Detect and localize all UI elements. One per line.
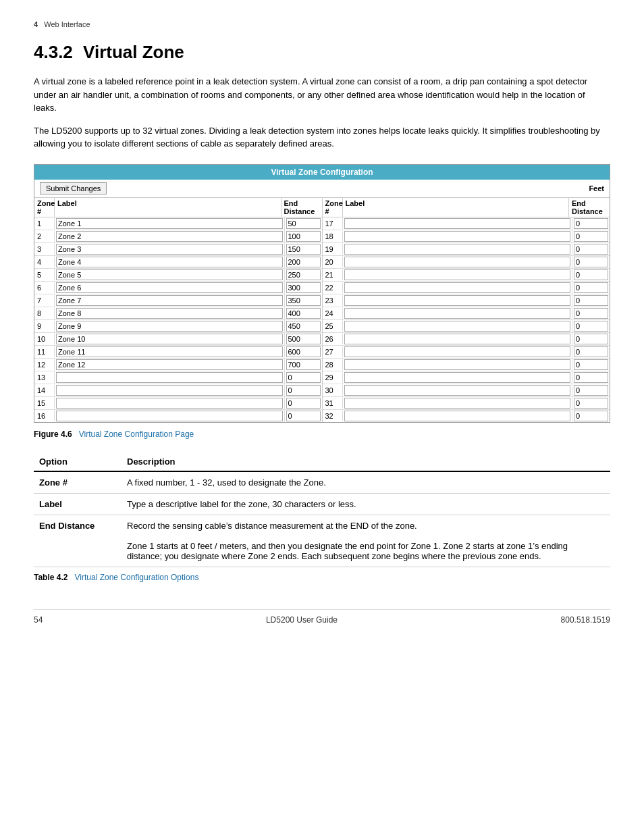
zone-dist-cell[interactable] [572, 333, 610, 345]
zone-label-input[interactable] [344, 385, 571, 396]
zone-label-input[interactable] [56, 359, 283, 370]
zone-label-input[interactable] [344, 334, 571, 344]
zone-label-input[interactable] [344, 398, 571, 409]
zone-label-input[interactable] [56, 334, 283, 344]
zone-label-cell[interactable] [55, 307, 285, 319]
zone-label-input[interactable] [56, 282, 283, 293]
zone-dist-cell[interactable] [572, 230, 610, 242]
zone-label-input[interactable] [344, 308, 571, 319]
zone-dist-input[interactable] [286, 359, 321, 370]
zone-dist-input[interactable] [286, 385, 321, 396]
zone-dist-cell[interactable] [572, 359, 610, 371]
zone-dist-input[interactable] [286, 282, 321, 293]
zone-dist-input[interactable] [286, 269, 321, 280]
zone-label-cell[interactable] [343, 282, 573, 294]
zone-label-input[interactable] [56, 346, 283, 357]
zone-label-cell[interactable] [55, 243, 285, 255]
zone-dist-input[interactable] [574, 321, 608, 332]
zone-dist-input[interactable] [574, 411, 608, 421]
zone-label-cell[interactable] [55, 346, 285, 358]
zone-dist-cell[interactable] [285, 371, 322, 384]
zone-label-input[interactable] [344, 359, 571, 370]
zone-label-cell[interactable] [55, 256, 285, 268]
zone-dist-input[interactable] [286, 257, 321, 267]
zone-dist-input[interactable] [286, 334, 321, 344]
zone-label-input[interactable] [56, 269, 283, 280]
zone-label-cell[interactable] [343, 346, 573, 358]
zone-dist-input[interactable] [574, 359, 608, 370]
zone-label-cell[interactable] [343, 256, 573, 268]
zone-dist-cell[interactable] [285, 282, 322, 294]
zone-label-input[interactable] [56, 411, 283, 421]
zone-dist-cell[interactable] [285, 307, 322, 319]
zone-dist-cell[interactable] [572, 269, 610, 281]
zone-dist-input[interactable] [286, 244, 321, 255]
zone-dist-input[interactable] [574, 244, 608, 255]
zone-label-cell[interactable] [343, 243, 573, 255]
zone-label-input[interactable] [344, 411, 571, 421]
zone-label-cell[interactable] [343, 371, 573, 384]
zone-label-input[interactable] [56, 321, 283, 332]
zone-dist-cell[interactable] [572, 410, 610, 422]
zone-dist-input[interactable] [286, 321, 321, 332]
zone-dist-input[interactable] [286, 295, 321, 306]
zone-label-cell[interactable] [55, 397, 285, 409]
zone-label-input[interactable] [56, 308, 283, 319]
zone-label-cell[interactable] [343, 269, 573, 281]
zone-label-cell[interactable] [343, 384, 573, 396]
zone-label-cell[interactable] [55, 371, 285, 384]
zone-dist-cell[interactable] [285, 397, 322, 409]
zone-dist-cell[interactable] [572, 346, 610, 358]
zone-dist-input[interactable] [574, 218, 608, 229]
zone-dist-cell[interactable] [285, 230, 322, 242]
zone-label-input[interactable] [344, 321, 571, 332]
zone-label-input[interactable] [56, 372, 283, 383]
zone-dist-cell[interactable] [572, 217, 610, 230]
zone-label-input[interactable] [344, 295, 571, 306]
zone-dist-input[interactable] [574, 282, 608, 293]
zone-label-cell[interactable] [55, 294, 285, 307]
zone-dist-cell[interactable] [572, 282, 610, 294]
zone-dist-input[interactable] [574, 308, 608, 319]
zone-label-cell[interactable] [55, 320, 285, 332]
zone-label-cell[interactable] [343, 410, 573, 422]
zone-label-cell[interactable] [55, 282, 285, 294]
zone-label-cell[interactable] [55, 269, 285, 281]
zone-dist-input[interactable] [286, 346, 321, 357]
zone-label-cell[interactable] [55, 333, 285, 345]
zone-dist-input[interactable] [286, 372, 321, 383]
zone-dist-input[interactable] [574, 231, 608, 242]
zone-label-cell[interactable] [55, 384, 285, 396]
zone-dist-input[interactable] [574, 372, 608, 383]
zone-dist-cell[interactable] [285, 269, 322, 281]
zone-dist-cell[interactable] [572, 384, 610, 396]
zone-label-input[interactable] [56, 244, 283, 255]
zone-dist-cell[interactable] [572, 256, 610, 268]
zone-label-input[interactable] [344, 231, 571, 242]
zone-dist-input[interactable] [286, 411, 321, 421]
zone-dist-cell[interactable] [572, 307, 610, 319]
zone-dist-cell[interactable] [572, 294, 610, 307]
zone-dist-cell[interactable] [285, 243, 322, 255]
zone-label-cell[interactable] [55, 230, 285, 242]
zone-label-input[interactable] [344, 372, 571, 383]
zone-label-input[interactable] [344, 218, 571, 229]
zone-label-cell[interactable] [55, 359, 285, 371]
zone-label-input[interactable] [56, 398, 283, 409]
zone-label-cell[interactable] [343, 294, 573, 307]
zone-label-cell[interactable] [343, 397, 573, 409]
zone-label-input[interactable] [344, 257, 571, 267]
zone-dist-cell[interactable] [572, 320, 610, 332]
zone-dist-input[interactable] [574, 295, 608, 306]
zone-label-cell[interactable] [343, 307, 573, 319]
zone-dist-input[interactable] [286, 231, 321, 242]
zone-dist-input[interactable] [574, 269, 608, 280]
zone-dist-cell[interactable] [572, 397, 610, 409]
zone-dist-input[interactable] [574, 257, 608, 267]
zone-dist-cell[interactable] [285, 346, 322, 358]
zone-dist-cell[interactable] [285, 384, 322, 396]
zone-dist-input[interactable] [286, 308, 321, 319]
zone-dist-cell[interactable] [285, 217, 322, 230]
zone-dist-cell[interactable] [285, 256, 322, 268]
zone-dist-cell[interactable] [572, 371, 610, 384]
